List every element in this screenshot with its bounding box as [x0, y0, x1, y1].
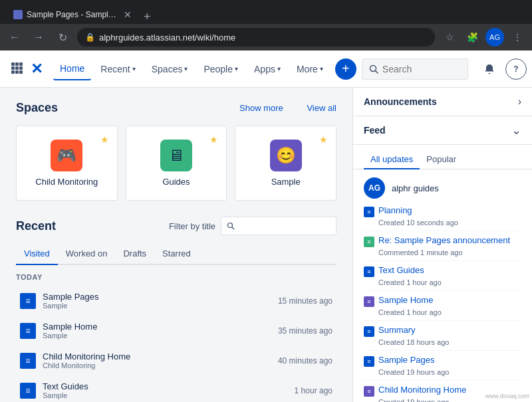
svg-rect-0: [11, 62, 15, 66]
forward-button[interactable]: →: [29, 28, 48, 47]
active-tab[interactable]: Sample Pages - Sample - Conflu... ✕: [5, 5, 140, 24]
feed-item-link-3[interactable]: Sample Home: [378, 295, 433, 305]
right-panel: Announcements › Feed ⌄ All updates Popul…: [352, 88, 532, 402]
feed-item-link-5[interactable]: Sample Pages: [378, 355, 435, 365]
feed-item-1: ≡ Re: Sample Pages announcement Commente…: [364, 231, 521, 261]
star-icon-child-monitoring[interactable]: ★: [100, 134, 109, 145]
feed-item-title-row-5: ≡ Sample Pages: [364, 355, 521, 367]
left-content: Spaces Show more · View all 🎮 Child Moni…: [0, 88, 352, 402]
reload-button[interactable]: ↻: [53, 28, 72, 47]
space-icon-child-monitoring: 🎮: [51, 140, 82, 171]
feed-tab-popular[interactable]: Popular: [420, 150, 463, 169]
item-time-2: 40 minutes ago: [278, 356, 332, 365]
new-tab-button[interactable]: +: [141, 10, 154, 24]
feed-doc-icon-2: ≡: [364, 266, 374, 277]
nav-recent[interactable]: Recent ▾: [94, 58, 142, 80]
feed-title: Feed: [364, 125, 386, 136]
nav-apps[interactable]: Apps ▾: [247, 58, 287, 80]
tab-close-icon[interactable]: ✕: [124, 9, 132, 20]
help-button[interactable]: ?: [505, 58, 527, 80]
more-chevron: ▾: [320, 65, 323, 72]
space-card-child-monitoring[interactable]: 🎮 Child Monitoring ★: [16, 126, 118, 201]
search-bar[interactable]: [362, 58, 468, 80]
filter-input-container[interactable]: [221, 217, 336, 235]
feed-item-meta-0: Created 10 seconds ago: [378, 219, 521, 227]
filter-input[interactable]: [237, 221, 331, 231]
app-navbar: ✕ Home Recent ▾ Spaces ▾ People ▾ Apps ▾…: [0, 50, 532, 88]
feed-item-link-2[interactable]: Text Guides: [378, 265, 424, 275]
doc-icon-2: ≡: [20, 353, 36, 369]
add-button[interactable]: +: [335, 58, 356, 80]
grid-icon[interactable]: [11, 62, 23, 76]
star-icon-guides[interactable]: ★: [209, 134, 218, 145]
confluence-logo[interactable]: ✕: [31, 60, 43, 78]
feed-tabs: All updates Popular: [353, 145, 532, 169]
main-layout: Spaces Show more · View all 🎮 Child Moni…: [0, 88, 532, 402]
feed-item-0: ≡ Planning Created 10 seconds ago: [364, 201, 521, 231]
svg-rect-6: [11, 70, 15, 74]
search-icon: [369, 64, 378, 74]
notification-button[interactable]: [479, 58, 500, 80]
show-more-link[interactable]: Show more: [239, 103, 283, 113]
feed-username: alphr guides: [392, 183, 439, 193]
item-space-1: Sample: [43, 332, 271, 340]
spaces-grid: 🎮 Child Monitoring ★ 🖥 Guides ★ 😊 Sample…: [16, 126, 336, 201]
nav-home[interactable]: Home: [53, 58, 91, 80]
view-all-link[interactable]: View all: [307, 103, 336, 113]
feed-item-link-1[interactable]: Re: Sample Pages announcement: [378, 235, 510, 245]
apps-chevron: ▾: [277, 65, 281, 72]
feed-user: AG alphr guides: [353, 169, 532, 201]
nav-more[interactable]: More ▾: [290, 58, 330, 80]
recent-title: Recent: [16, 219, 56, 233]
filter-by-title: Filter by title: [169, 217, 336, 235]
tab-visited[interactable]: Visited: [16, 243, 58, 265]
item-time-3: 1 hour ago: [295, 386, 332, 395]
star-icon-sample[interactable]: ★: [319, 134, 328, 145]
search-input[interactable]: [382, 64, 449, 74]
tab-drafts[interactable]: Drafts: [115, 243, 154, 265]
space-card-guides[interactable]: 🖥 Guides ★: [126, 126, 227, 201]
feed-item-title-row-4: ≡ Summary: [364, 325, 521, 337]
item-time-1: 35 minutes ago: [278, 326, 332, 336]
space-icon-guides: 🖥: [160, 140, 192, 171]
bookmark-icon[interactable]: ☆: [440, 28, 459, 47]
menu-icon[interactable]: ⋮: [508, 28, 527, 47]
tab-starred[interactable]: Starred: [154, 243, 199, 265]
svg-line-13: [232, 227, 234, 229]
recent-item-3[interactable]: ≡ Text Guides Sample 1 hour ago: [16, 376, 336, 402]
feed-chevron[interactable]: ⌄: [511, 123, 521, 138]
feed-item-link-4[interactable]: Summary: [378, 325, 416, 335]
recent-chevron: ▾: [132, 65, 136, 72]
svg-rect-4: [15, 66, 19, 70]
recent-item-2[interactable]: ≡ Child Monitoring Home Child Monitoring…: [16, 346, 336, 375]
feed-doc-icon-6: ≡: [364, 386, 374, 397]
svg-rect-7: [15, 70, 19, 74]
url-input[interactable]: [99, 33, 427, 43]
nav-people[interactable]: People ▾: [197, 58, 245, 80]
feed-item-link-0[interactable]: Planning: [378, 205, 412, 215]
nav-spaces[interactable]: Spaces ▾: [145, 58, 195, 80]
feed-tab-all-updates[interactable]: All updates: [364, 150, 420, 169]
address-bar[interactable]: 🔒: [77, 28, 435, 47]
spaces-title: Spaces: [16, 101, 58, 115]
announcements-header[interactable]: Announcements ›: [353, 88, 532, 116]
feed-item-2: ≡ Text Guides Created 1 hour ago: [364, 261, 521, 291]
space-card-sample[interactable]: 😊 Sample ★: [235, 126, 336, 201]
feed-item-meta-3: Created 1 hour ago: [378, 308, 521, 316]
item-space-2: Child Monitoring: [43, 361, 271, 369]
extensions-icon[interactable]: 🧩: [463, 28, 481, 47]
profile-icon[interactable]: AG: [485, 28, 504, 47]
feed-item-meta-4: Created 18 hours ago: [378, 338, 521, 346]
feed-item-link-6[interactable]: Child Monitoring Home: [378, 385, 466, 395]
recent-item-0[interactable]: ≡ Sample Pages Sample 15 minutes ago: [16, 286, 336, 315]
feed-header: Feed ⌄: [353, 116, 532, 145]
recent-item-1[interactable]: ≡ Sample Home Sample 35 minutes ago: [16, 316, 336, 345]
space-name-sample: Sample: [271, 177, 301, 187]
tab-worked-on[interactable]: Worked on: [58, 243, 116, 265]
back-button[interactable]: ←: [5, 28, 24, 47]
feed-item-title-row-3: ≡ Sample Home: [364, 295, 521, 307]
space-name-child-monitoring: Child Monitoring: [35, 177, 98, 187]
recent-list: ≡ Sample Pages Sample 15 minutes ago ≡ S…: [16, 286, 336, 402]
feed-item-5: ≡ Sample Pages Created 19 hours ago: [364, 351, 521, 381]
doc-icon-0: ≡: [20, 293, 36, 309]
